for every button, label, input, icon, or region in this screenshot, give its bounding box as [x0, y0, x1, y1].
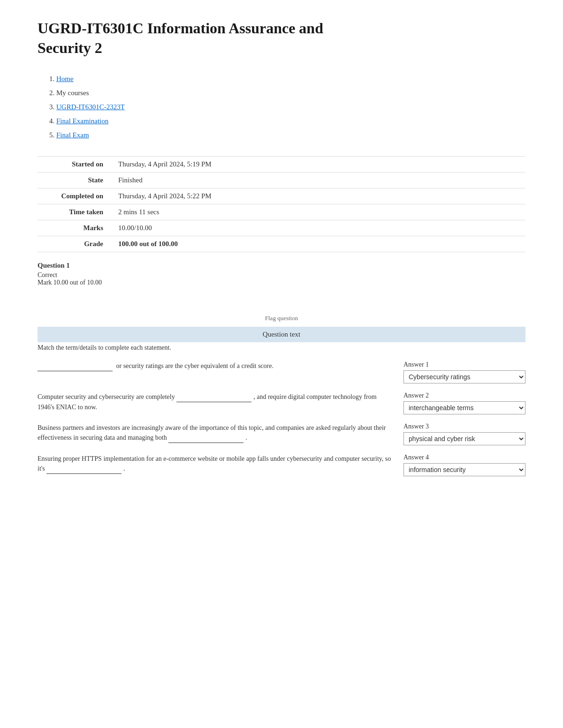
answer-label-2: Answer 2 — [403, 392, 525, 399]
blank-4 — [46, 464, 122, 474]
answer-select-4[interactable]: information security — [403, 463, 525, 476]
state-label: State — [38, 173, 113, 188]
breadcrumb-item-2: My courses — [56, 86, 525, 100]
breadcrumb-link-final-exam[interactable]: Final Exam — [56, 131, 89, 139]
page-title: UGRD-IT6301C Information Assurance and S… — [38, 19, 525, 58]
exam-info-table: Started on Thursday, 4 April 2024, 5:19 … — [38, 156, 525, 252]
matching-left-2: Computer security and cybersecurity are … — [38, 392, 394, 412]
breadcrumb-link-home[interactable]: Home — [56, 75, 74, 83]
matching-right-3: Answer 3 physical and cyber risk — [403, 423, 525, 445]
time-taken-value: 2 mins 11 secs — [113, 204, 525, 220]
answer-label-4: Answer 4 — [403, 454, 525, 461]
marks-value: 10.00/10.00 — [113, 220, 525, 236]
matching-left-4: Ensuring proper HTTPS implementation for… — [38, 454, 394, 474]
grade-value: 100.00 out of 100.00 — [113, 236, 525, 252]
matching-row-1: or security ratings are the cyber equiva… — [38, 361, 525, 383]
answer-label-3: Answer 3 — [403, 423, 525, 430]
question-status: Correct — [38, 271, 525, 279]
started-on-value: Thursday, 4 April 2024, 5:19 PM — [113, 157, 525, 173]
answer-select-2[interactable]: interchangeable terms — [403, 401, 525, 414]
answer-label-1: Answer 1 — [403, 361, 525, 368]
grade-label: Grade — [38, 236, 113, 252]
matching-row-2: Computer security and cybersecurity are … — [38, 392, 525, 414]
matching-right-4: Answer 4 information security — [403, 454, 525, 476]
answer-select-1[interactable]: Cybersecurity ratings — [403, 370, 525, 383]
blank-2 — [176, 392, 251, 402]
question-number: 1 — [66, 262, 70, 269]
time-taken-label: Time taken — [38, 204, 113, 220]
started-on-label: Started on — [38, 157, 113, 173]
matching-right-2: Answer 2 interchangeable terms — [403, 392, 525, 414]
matching-row-3: Business partners and investors are incr… — [38, 423, 525, 445]
answer-select-3[interactable]: physical and cyber risk — [403, 432, 525, 445]
question-number-line: Question 1 — [38, 262, 525, 270]
breadcrumb-item-4[interactable]: Final Examination — [56, 114, 525, 128]
matching-left-3: Business partners and investors are incr… — [38, 423, 394, 443]
matching-right-1: Answer 1 Cybersecurity ratings — [403, 361, 525, 383]
matching-left-1: or security ratings are the cyber equiva… — [38, 361, 394, 371]
breadcrumb-item-1[interactable]: Home — [56, 72, 525, 86]
completed-on-label: Completed on — [38, 188, 113, 204]
question-block-1: Question 1 Correct Mark 10.00 out of 10.… — [38, 262, 525, 489]
flag-question-label[interactable]: Flag question — [38, 315, 525, 322]
question-text-header: Question text — [38, 327, 525, 342]
question-mark: Mark 10.00 out of 10.00 — [38, 279, 525, 286]
blank-1 — [38, 361, 113, 371]
breadcrumb: Home My courses UGRD-IT6301C-2323T Final… — [38, 72, 525, 142]
breadcrumb-link-final-examination[interactable]: Final Examination — [56, 117, 108, 125]
matching-row-4: Ensuring proper HTTPS implementation for… — [38, 454, 525, 476]
completed-on-value: Thursday, 4 April 2024, 5:22 PM — [113, 188, 525, 204]
state-value: Finished — [113, 173, 525, 188]
marks-label: Marks — [38, 220, 113, 236]
breadcrumb-link-course[interactable]: UGRD-IT6301C-2323T — [56, 103, 125, 111]
breadcrumb-item-3[interactable]: UGRD-IT6301C-2323T — [56, 100, 525, 114]
blank-3 — [168, 433, 243, 443]
breadcrumb-item-5[interactable]: Final Exam — [56, 128, 525, 142]
question-instruction: Match the term/details to complete each … — [38, 344, 525, 352]
